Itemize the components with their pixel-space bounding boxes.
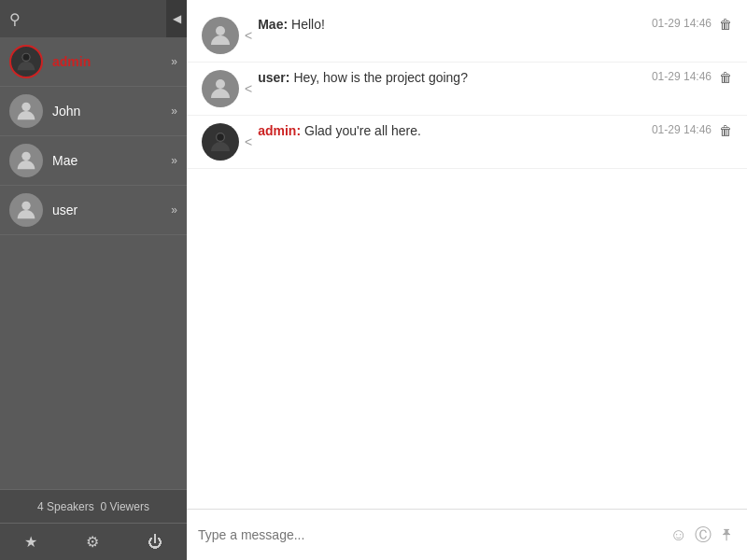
settings-button[interactable]: ⚙ xyxy=(78,529,106,554)
chevron-right-icon: » xyxy=(171,203,177,217)
power-button[interactable]: ⏻ xyxy=(140,530,170,554)
message-delete-button[interactable]: 🗑 xyxy=(719,123,732,138)
svg-point-1 xyxy=(23,54,30,61)
svg-point-5 xyxy=(216,26,225,35)
avatar-admin xyxy=(9,45,43,78)
sidebar-actions: ★ ⚙ ⏻ xyxy=(0,523,187,560)
pin-button[interactable]: ★ xyxy=(17,529,45,554)
speakers-label: Speakers xyxy=(47,500,94,513)
svg-point-8 xyxy=(217,133,224,141)
message-delete-button[interactable]: 🗑 xyxy=(719,70,732,85)
message-time: 01-29 14:46 xyxy=(652,70,712,83)
message-separator: < xyxy=(245,81,252,96)
msg-avatar-msg3 xyxy=(202,123,239,161)
svg-point-3 xyxy=(21,152,30,161)
sidebar-user-admin[interactable]: admin» xyxy=(0,37,187,87)
message-row: <user: Hey, how is the project going?01-… xyxy=(187,63,747,116)
search-icon: ⚲ xyxy=(9,10,21,28)
message-sender: admin: xyxy=(258,123,301,138)
message-delete-button[interactable]: 🗑 xyxy=(719,17,732,32)
chevron-right-icon: » xyxy=(171,105,177,118)
svg-point-2 xyxy=(21,103,30,111)
sidebar-user-user[interactable]: user» xyxy=(0,186,187,235)
emoji-button[interactable]: ☺ xyxy=(670,525,687,545)
message-sender: Mae: xyxy=(258,17,288,32)
chevron-right-icon: » xyxy=(171,154,177,167)
avatar-user xyxy=(9,193,43,227)
attach-button[interactable]: 🖈 xyxy=(719,525,736,545)
msg-avatar-msg2 xyxy=(202,70,239,107)
avatar-john xyxy=(9,94,43,128)
message-sender: user: xyxy=(258,70,289,85)
message-separator: < xyxy=(245,28,252,43)
message-time: 01-29 14:46 xyxy=(652,17,712,30)
message-text: Glad you're all here. xyxy=(304,123,642,138)
main-area: <Mae: Hello!01-29 14:46🗑 <user: Hey, how… xyxy=(187,0,747,560)
speakers-count: 4 xyxy=(37,500,44,513)
sidebar-collapse-button[interactable]: ◀ xyxy=(166,0,187,37)
message-separator: < xyxy=(245,134,252,149)
speakers-info: 4 Speakers 0 Viewers xyxy=(0,489,187,523)
message-content: Mae: Hello! xyxy=(258,17,642,32)
input-area: ☺ Ⓒ 🖈 xyxy=(187,509,747,560)
message-text: Hello! xyxy=(291,17,642,32)
svg-point-6 xyxy=(216,79,225,89)
sidebar-user-mae[interactable]: Mae» xyxy=(0,136,187,186)
message-time: 01-29 14:46 xyxy=(652,123,712,136)
currency-button[interactable]: Ⓒ xyxy=(695,524,712,546)
username-user: user xyxy=(52,203,167,217)
viewers-label: Viewers xyxy=(109,500,148,513)
username-mae: Mae xyxy=(52,153,167,168)
username-admin: admin xyxy=(52,54,167,69)
sidebar: ⚲ ◀ admin» John» Mae» user» 4 Speakers 0… xyxy=(0,0,187,560)
search-bar: ⚲ ◀ xyxy=(0,0,187,37)
sidebar-user-john[interactable]: John» xyxy=(0,87,187,136)
message-row: <Mae: Hello!01-29 14:46🗑 xyxy=(187,9,747,63)
username-john: John xyxy=(52,104,167,119)
message-input[interactable] xyxy=(198,527,663,542)
svg-point-4 xyxy=(21,202,30,210)
message-row: <admin: Glad you're all here.01-29 14:46… xyxy=(187,116,747,169)
viewers-count: 0 xyxy=(100,500,106,513)
messages-area: <Mae: Hello!01-29 14:46🗑 <user: Hey, how… xyxy=(187,0,747,509)
message-content: user: Hey, how is the project going? xyxy=(258,70,642,85)
message-content: admin: Glad you're all here. xyxy=(258,123,642,138)
message-text: Hey, how is the project going? xyxy=(293,70,642,85)
avatar-mae xyxy=(9,144,43,177)
msg-avatar-msg1 xyxy=(202,17,239,54)
user-list: admin» John» Mae» user» xyxy=(0,37,187,489)
sidebar-footer: 4 Speakers 0 Viewers ★ ⚙ ⏻ xyxy=(0,489,187,560)
chevron-right-icon: » xyxy=(171,55,177,68)
